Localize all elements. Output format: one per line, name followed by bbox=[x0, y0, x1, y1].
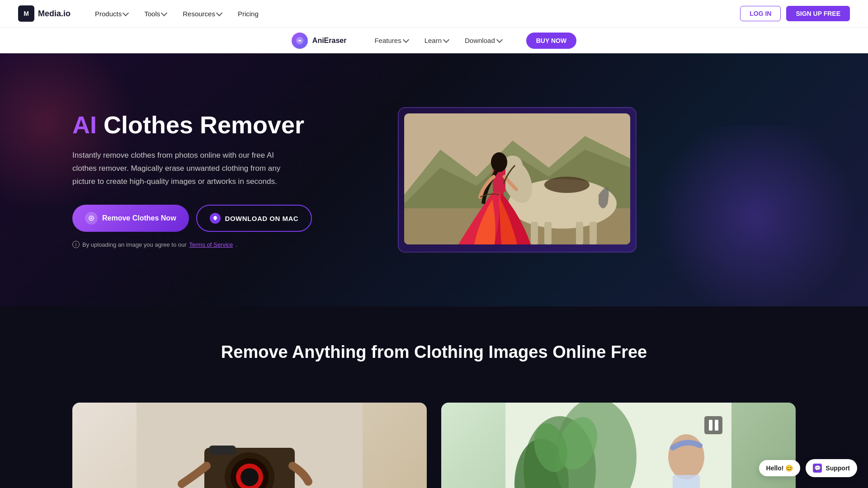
chevron-down-icon bbox=[443, 37, 449, 43]
hero-title-ai: AI bbox=[72, 111, 97, 138]
brand-name: AniEraser bbox=[312, 37, 347, 45]
second-nav-links: Features Learn Download bbox=[368, 33, 508, 48]
top-nav-actions: LOG IN SIGN UP FREE bbox=[740, 6, 850, 21]
card-plant-image bbox=[441, 403, 796, 488]
nav-features[interactable]: Features bbox=[368, 33, 414, 48]
support-widget: Hello! 😊 💬 Support bbox=[759, 459, 857, 477]
product-navigation: AniEraser Features Learn Download BUY NO… bbox=[0, 27, 868, 53]
svg-point-22 bbox=[241, 468, 259, 486]
hero-image-container bbox=[398, 107, 637, 253]
remove-icon bbox=[85, 212, 98, 225]
svg-rect-9 bbox=[531, 222, 538, 244]
svg-rect-23 bbox=[209, 446, 236, 455]
support-button[interactable]: 💬 Support bbox=[806, 459, 857, 477]
support-icon: 💬 bbox=[813, 464, 822, 473]
hero-buttons: Remove Clothes Now DOWNLOAD ON MAC bbox=[72, 205, 362, 232]
hello-text: Hello! 😊 bbox=[766, 465, 793, 472]
hero-content: AI Clothes Remover Instantly remove clot… bbox=[72, 112, 362, 248]
card-plant bbox=[441, 403, 796, 488]
logo-icon: M bbox=[18, 5, 34, 22]
nav-pricing[interactable]: Pricing bbox=[231, 6, 265, 21]
hero-image-area bbox=[398, 107, 637, 253]
brand-area: AniEraser bbox=[292, 33, 347, 49]
chevron-down-icon bbox=[123, 9, 129, 16]
svg-rect-34 bbox=[715, 420, 718, 431]
info-icon: i bbox=[72, 241, 80, 248]
anieraser-icon bbox=[292, 33, 308, 49]
hero-photo bbox=[404, 113, 630, 244]
signup-button[interactable]: SIGN UP FREE bbox=[786, 6, 850, 21]
top-navigation: M Media.io Products Tools Resources Pric… bbox=[0, 0, 868, 27]
nav-download[interactable]: Download bbox=[458, 33, 508, 48]
section-title: Remove Anything from Clothing Images Onl… bbox=[72, 343, 796, 362]
login-button[interactable]: LOG IN bbox=[740, 6, 781, 21]
hello-bubble: Hello! 😊 bbox=[759, 460, 801, 476]
chevron-down-icon bbox=[161, 9, 167, 16]
svg-rect-11 bbox=[576, 222, 583, 244]
remove-section: Remove Anything from Clothing Images Onl… bbox=[0, 306, 868, 403]
card-camera bbox=[72, 403, 427, 488]
card-camera-image bbox=[72, 403, 427, 488]
cards-row bbox=[0, 403, 868, 488]
nav-resources[interactable]: Resources bbox=[176, 6, 228, 21]
logo-text: Media.io bbox=[38, 9, 71, 19]
terms-notice: i By uploading an image you agree to our… bbox=[72, 241, 362, 248]
nav-tools[interactable]: Tools bbox=[138, 6, 173, 21]
svg-rect-12 bbox=[590, 222, 597, 244]
logo-link[interactable]: M Media.io bbox=[18, 5, 71, 22]
nav-products[interactable]: Products bbox=[89, 6, 134, 21]
chevron-down-icon bbox=[496, 37, 503, 43]
hero-section: AI Clothes Remover Instantly remove clot… bbox=[0, 53, 868, 306]
top-nav-links: Products Tools Resources Pricing bbox=[89, 6, 740, 21]
support-label: Support bbox=[826, 465, 850, 472]
hero-title: AI Clothes Remover bbox=[72, 112, 362, 138]
download-mac-button[interactable]: DOWNLOAD ON MAC bbox=[196, 205, 312, 232]
terms-link[interactable]: Terms of Service bbox=[189, 241, 233, 248]
remove-clothes-button[interactable]: Remove Clothes Now bbox=[72, 205, 189, 232]
mac-icon bbox=[210, 213, 221, 224]
chevron-down-icon bbox=[403, 37, 409, 43]
svg-rect-32 bbox=[704, 416, 722, 434]
chevron-down-icon bbox=[216, 9, 222, 16]
svg-rect-33 bbox=[709, 420, 712, 431]
svg-rect-10 bbox=[544, 222, 552, 244]
svg-point-13 bbox=[544, 177, 590, 193]
hero-description: Instantly remove clothes from photos onl… bbox=[72, 149, 298, 188]
hero-title-rest: Clothes Remover bbox=[97, 111, 304, 138]
svg-rect-31 bbox=[673, 475, 700, 488]
nav-learn[interactable]: Learn bbox=[418, 33, 455, 48]
buy-now-button[interactable]: BUY NOW bbox=[526, 33, 576, 49]
